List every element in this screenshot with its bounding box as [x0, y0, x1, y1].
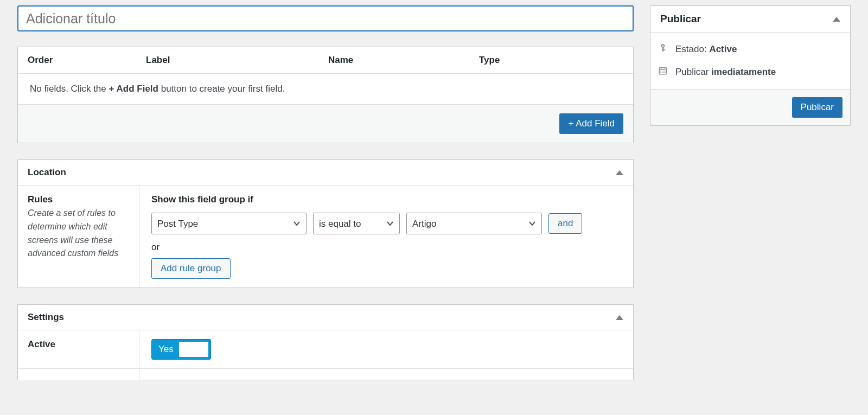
title-input[interactable]: [17, 5, 634, 31]
add-field-button[interactable]: + Add Field: [559, 113, 623, 134]
settings-panel: Settings Active Yes: [17, 304, 634, 380]
collapse-up-icon: [616, 315, 623, 320]
publish-status-line: Estado: Active: [650, 36, 850, 62]
settings-heading-label: Settings: [28, 312, 64, 323]
active-label-cell: Active: [18, 330, 139, 368]
active-toggle[interactable]: Yes: [151, 339, 211, 360]
publish-heading-label: Publicar: [660, 13, 701, 25]
publish-footer: Publicar: [650, 89, 850, 125]
active-toggle-label: Yes: [154, 344, 179, 355]
schedule-label: Publicar: [675, 67, 711, 77]
svg-rect-0: [659, 68, 667, 74]
no-fields-text-after: button to create your first field.: [158, 84, 285, 94]
rules-label-cell: Rules Create a set of rules to determine…: [18, 186, 139, 288]
publish-panel: Publicar Estado: Active: [650, 5, 851, 126]
rule-operator-select[interactable]: is equal to: [313, 213, 400, 234]
no-fields-message: No fields. Click the + Add Field button …: [18, 74, 633, 105]
key-icon: [658, 43, 668, 55]
column-header-name: Name: [328, 55, 479, 66]
publish-schedule-line: Publicar imediatamente: [650, 62, 850, 86]
add-rule-group-button[interactable]: Add rule group: [151, 258, 231, 279]
show-if-label: Show this field group if: [151, 194, 621, 205]
toggle-handle: [179, 342, 208, 357]
settings-heading[interactable]: Settings: [18, 305, 633, 330]
publish-heading[interactable]: Publicar: [650, 6, 850, 33]
rule-value-select[interactable]: Artigo: [406, 213, 542, 234]
rule-line: Post Type is equal to: [151, 213, 621, 234]
rules-content: Show this field group if Post Type: [139, 186, 633, 288]
calendar-icon: [658, 66, 668, 78]
or-label: or: [151, 242, 621, 253]
fields-header-row: Order Label Name Type: [18, 47, 633, 74]
publish-button[interactable]: Publicar: [792, 97, 843, 118]
rules-description: Create a set of rules to determine which…: [28, 207, 129, 260]
publish-schedule-text: Publicar imediatamente: [675, 67, 776, 78]
location-panel: Location Rules Create a set of rules to …: [17, 159, 634, 288]
rules-title: Rules: [28, 194, 129, 205]
add-and-rule-button[interactable]: and: [548, 213, 582, 234]
column-header-label: Label: [146, 55, 328, 66]
status-label: Estado:: [675, 44, 709, 54]
publish-status-text: Estado: Active: [675, 44, 737, 55]
schedule-value: imediatamente: [711, 67, 776, 77]
collapse-up-icon: [616, 170, 623, 175]
active-content: Yes: [139, 330, 633, 368]
column-header-type: Type: [479, 55, 623, 66]
collapse-up-icon: [833, 17, 840, 22]
next-row-label-placeholder: [18, 369, 139, 380]
rule-param-select[interactable]: Post Type: [151, 213, 307, 234]
active-label: Active: [28, 339, 129, 350]
no-fields-text-before: No fields. Click the: [30, 84, 109, 94]
status-value: Active: [709, 44, 737, 54]
fields-panel: Order Label Name Type No fields. Click t…: [17, 47, 634, 143]
column-header-order: Order: [28, 55, 146, 66]
location-heading[interactable]: Location: [18, 160, 633, 186]
location-heading-label: Location: [28, 167, 66, 178]
next-row-content-placeholder: [139, 369, 633, 380]
no-fields-text-bold: + Add Field: [109, 84, 158, 94]
fields-footer: + Add Field: [18, 105, 633, 143]
